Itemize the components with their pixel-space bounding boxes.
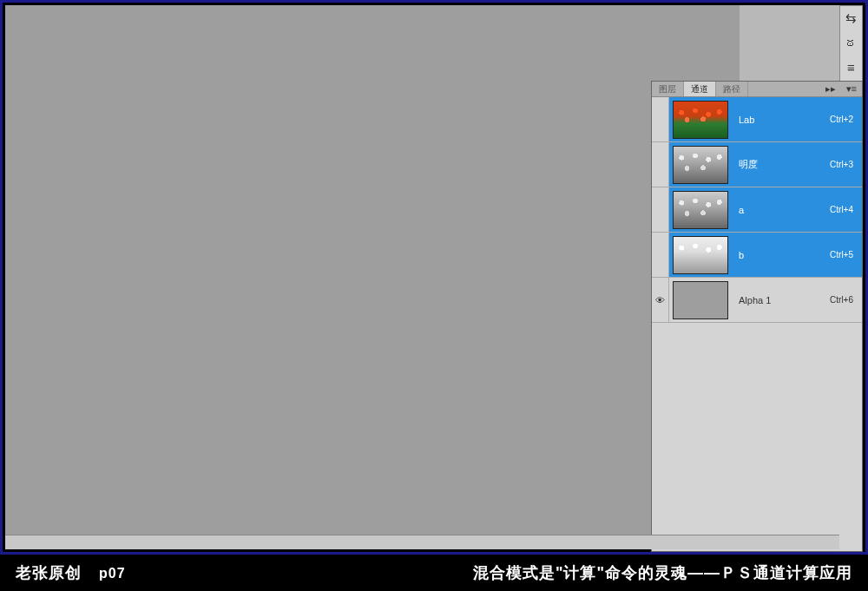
- footer-page-number: p07: [99, 566, 126, 581]
- visibility-toggle[interactable]: 👁: [652, 278, 669, 322]
- channel-shortcut-label: Ctrl+6: [830, 295, 862, 305]
- channel-name-label: Alpha 1: [732, 295, 830, 305]
- tool-2-icon[interactable]: ఠ: [840, 30, 862, 55]
- channel-name-label: Lab: [732, 115, 830, 125]
- channel-shortcut-label: Ctrl+3: [830, 160, 862, 169]
- panel-tabs: 图层 通道 路径 ▸▸ ▾≡: [652, 82, 862, 97]
- footer-author-block: 老张原创 p07: [0, 562, 126, 583]
- channel-shortcut-label: Ctrl+4: [830, 205, 862, 214]
- channel-list: 👁 Lab Ctrl+2 👁 明度 Ctrl+3 👁 a Ctrl+4 👁: [652, 97, 862, 323]
- footer-author: 老张原创: [16, 564, 82, 581]
- visibility-toggle[interactable]: 👁: [652, 233, 669, 277]
- tab-paths[interactable]: 路径: [716, 82, 748, 96]
- horizontal-scrollbar[interactable]: [5, 535, 839, 549]
- visibility-toggle[interactable]: 👁: [652, 142, 669, 187]
- channel-shortcut-label: Ctrl+5: [830, 250, 862, 259]
- channel-row-b[interactable]: 👁 b Ctrl+5: [652, 233, 862, 278]
- footer-title: 混合模式是"计算"命令的灵魂——ＰＳ通道计算应用: [473, 562, 868, 583]
- channel-name-label: a: [732, 205, 830, 215]
- channel-thumbnail: [673, 146, 728, 184]
- tool-3-icon[interactable]: ≡: [840, 55, 862, 79]
- channel-row-lab[interactable]: 👁 Lab Ctrl+2: [652, 97, 862, 142]
- channel-name-label: 明度: [732, 158, 830, 171]
- visibility-toggle[interactable]: 👁: [652, 97, 669, 141]
- channel-name-label: b: [732, 250, 830, 260]
- channel-thumbnail: [673, 281, 728, 319]
- eye-icon: 👁: [655, 295, 665, 305]
- tool-1-icon[interactable]: ⇆: [840, 6, 862, 30]
- right-toolstrip: ⇆ ఠ ≡: [839, 5, 863, 82]
- panel-menu-icon[interactable]: ▾≡: [841, 82, 862, 96]
- tab-layers[interactable]: 图层: [652, 82, 684, 96]
- channel-thumbnail: [673, 236, 728, 274]
- panel-collapse-icon[interactable]: ▸▸: [820, 82, 841, 96]
- channels-panel: 图层 通道 路径 ▸▸ ▾≡ 👁 Lab Ctrl+2 👁 明度 Ctrl+3 …: [651, 81, 863, 552]
- channel-thumbnail: [673, 101, 728, 139]
- channel-row-a[interactable]: 👁 a Ctrl+4: [652, 187, 862, 233]
- channel-thumbnail: [673, 191, 728, 229]
- app-frame: ⇆ ఠ ≡ 图层 通道 路径 ▸▸ ▾≡ 👁 Lab Ctrl+2 👁 明度 C…: [0, 0, 868, 555]
- channel-shortcut-label: Ctrl+2: [830, 115, 862, 124]
- page-footer: 老张原创 p07 混合模式是"计算"命令的灵魂——ＰＳ通道计算应用: [0, 555, 868, 591]
- tab-channels[interactable]: 通道: [684, 82, 716, 96]
- channel-row-lightness[interactable]: 👁 明度 Ctrl+3: [652, 142, 862, 187]
- visibility-toggle[interactable]: 👁: [652, 187, 669, 232]
- channel-row-alpha1[interactable]: 👁 Alpha 1 Ctrl+6: [652, 278, 862, 323]
